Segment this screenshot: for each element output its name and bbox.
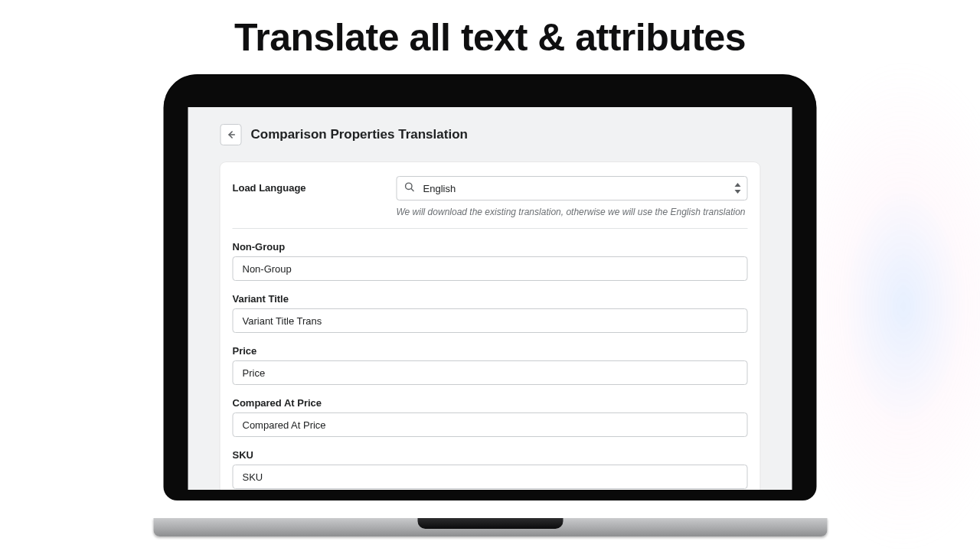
field-label: Non-Group	[233, 241, 748, 253]
variant-title-input[interactable]	[233, 308, 748, 333]
page-header: Comparison Properties Translation	[220, 107, 760, 162]
field-compared-at-price: Compared At Price	[233, 397, 748, 437]
app-root: Comparison Properties Translation Load L…	[188, 107, 792, 490]
field-label: Price	[233, 345, 748, 357]
field-price: Price	[233, 345, 748, 385]
sku-input[interactable]	[233, 465, 748, 489]
field-non-group: Non-Group	[233, 241, 748, 281]
arrow-left-icon	[225, 129, 237, 141]
laptop-notch	[417, 518, 563, 529]
field-label: Variant Title	[233, 293, 748, 305]
search-icon	[404, 181, 415, 195]
load-language-label: Load Language	[233, 176, 378, 194]
laptop-base	[153, 518, 827, 536]
field-label: SKU	[233, 449, 748, 461]
load-language-row: Load Language English	[233, 176, 748, 229]
select-updown-icon	[734, 183, 742, 194]
load-language-hint: We will download the existing translatio…	[397, 207, 748, 217]
field-label: Compared At Price	[233, 397, 748, 409]
laptop-screen: Comparison Properties Translation Load L…	[188, 107, 792, 490]
language-select[interactable]: English	[397, 176, 748, 201]
svg-line-1	[411, 189, 413, 191]
language-select-value: English	[397, 176, 748, 201]
svg-point-0	[406, 183, 412, 189]
laptop-mockup: Comparison Properties Translation Load L…	[164, 74, 817, 500]
laptop-bezel: Comparison Properties Translation Load L…	[164, 74, 817, 500]
non-group-input[interactable]	[233, 256, 748, 281]
field-variant-title: Variant Title	[233, 293, 748, 333]
page-title: Comparison Properties Translation	[251, 127, 468, 142]
price-input[interactable]	[233, 360, 748, 385]
back-button[interactable]	[220, 124, 242, 145]
field-sku: SKU	[233, 449, 748, 489]
compared-at-price-input[interactable]	[233, 412, 748, 437]
translation-card: Load Language English	[220, 162, 760, 490]
load-language-control: English We will download the existing tr…	[397, 176, 748, 217]
page-headline: Translate all text & attributes	[0, 15, 980, 60]
